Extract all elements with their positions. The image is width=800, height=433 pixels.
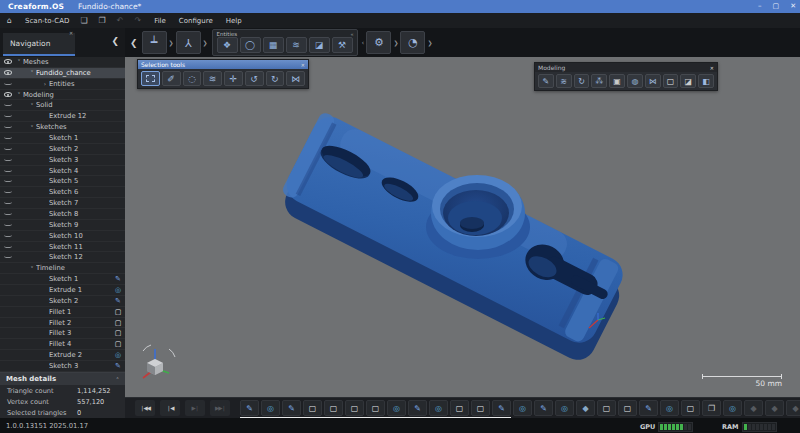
tree-item-sketch-10[interactable]: Sketch 10 (0, 231, 125, 242)
planes-button[interactable]: ≋ (556, 74, 572, 88)
timeline-sketch-icon[interactable]: ✎ (492, 400, 511, 416)
shell-tool-button[interactable]: ◔ (400, 31, 425, 54)
revolve-button[interactable]: ↻ (574, 74, 590, 88)
rotate-right-selection-button[interactable]: ↻ (266, 71, 285, 86)
tree-item-entities[interactable]: ›Entities (0, 79, 125, 90)
tree-item-sketch-4[interactable]: Sketch 4 (0, 166, 125, 177)
timeline-mesh-icon[interactable]: ◆ (576, 400, 595, 416)
minimize-button[interactable]: – (758, 0, 762, 13)
rotate-left-selection-button[interactable]: ↺ (245, 71, 264, 86)
chamfer-button[interactable]: ◪ (680, 74, 696, 88)
tree-item-fillet-3[interactable]: Fillet 3▢ (0, 328, 125, 339)
menu-scan-to-cad[interactable]: Scan-to-CAD (25, 17, 69, 25)
alignment-tool-button[interactable]: ┷ (142, 31, 167, 54)
tree-item-extrude-2[interactable]: Extrude 2◎ (0, 350, 125, 361)
spray-button[interactable]: ⁂ (591, 74, 607, 88)
redo-icon[interactable]: ↷ (134, 16, 141, 25)
fillet-button[interactable]: ▢ (663, 74, 679, 88)
compare-tool-button[interactable]: ⚙ (366, 31, 391, 54)
tree-item-extrude-1[interactable]: Extrude 1◎ (0, 285, 125, 296)
timeline-fillet-icon[interactable]: ▢ (471, 400, 490, 416)
tree-item-sketch-1[interactable]: Sketch 1 (0, 133, 125, 144)
timeline-fillet-icon[interactable]: ▢ (324, 400, 343, 416)
import-icon[interactable]: ❐ (99, 16, 106, 25)
tree-item-sketch-11[interactable]: Sketch 11 (0, 242, 125, 253)
caret-right-icon[interactable]: › (41, 80, 49, 87)
caret-down-icon[interactable]: ˅ (15, 91, 23, 98)
timeline-sketch-icon[interactable]: ✎ (240, 400, 259, 416)
primitive-cube-button[interactable]: ▣ (609, 74, 625, 88)
entities-collapse-icon[interactable]: « (351, 31, 354, 37)
step-forward-button[interactable]: ▶❘ (185, 400, 205, 416)
eye-closed-icon[interactable] (0, 104, 15, 106)
tree-item-sketch-9[interactable]: Sketch 9 (0, 220, 125, 231)
timeline-sketch-icon[interactable]: ✎ (408, 400, 427, 416)
layers-tool-button[interactable]: ≋ (286, 37, 307, 53)
timeline-fillet-icon[interactable]: ▢ (303, 400, 322, 416)
timeline-dim-icon[interactable]: ◆ (765, 400, 784, 416)
extrude-sketch-button[interactable]: ✎ (538, 74, 554, 88)
tree-item-timeline[interactable]: ˅Timeline (0, 263, 125, 274)
go-to-end-button[interactable]: ▶▶❘ (210, 400, 230, 416)
rectangle-selection-button[interactable] (141, 71, 160, 86)
tree-item-sketch-2[interactable]: Sketch 2✎ (0, 296, 125, 307)
timeline-extrude-icon[interactable]: ◎ (723, 400, 742, 416)
eye-closed-icon[interactable] (0, 202, 15, 204)
timeline-dim-icon[interactable]: ◆ (786, 400, 800, 416)
timeline-extrude-icon[interactable]: ◎ (429, 400, 448, 416)
tree-item-sketch-5[interactable]: Sketch 5 (0, 176, 125, 187)
group-separator-icon[interactable]: ‹ (362, 39, 365, 47)
circle-entity-tool-button[interactable]: ◯ (240, 37, 261, 53)
tree-item-sketches[interactable]: ˅Sketches (0, 122, 125, 133)
tree-item-sketch-7[interactable]: Sketch 7 (0, 198, 125, 209)
timeline-sketch-icon[interactable]: ✎ (282, 400, 301, 416)
eye-closed-icon[interactable] (0, 115, 15, 117)
grid-plane-tool-button[interactable]: ▦ (263, 37, 284, 53)
tree-item-extrude-12[interactable]: Extrude 12 (0, 111, 125, 122)
axis-dropdown-icon[interactable]: ❯ (203, 39, 208, 46)
eye-closed-icon[interactable] (0, 191, 15, 193)
volume-selection-button[interactable]: ≋ (203, 71, 222, 86)
tree-item-sketch-8[interactable]: Sketch 8 (0, 209, 125, 220)
eye-closed-icon[interactable] (0, 170, 15, 172)
eye-open-icon[interactable] (0, 59, 15, 64)
eye-closed-icon[interactable] (0, 137, 15, 139)
eye-closed-icon[interactable] (0, 83, 15, 85)
tree-item-solid[interactable]: ˅Solid (0, 100, 125, 111)
menu-file[interactable]: File (154, 17, 166, 25)
timeline-fillet-icon[interactable]: ▢ (345, 400, 364, 416)
step-back-button[interactable]: ❘◀ (160, 400, 180, 416)
timeline-extrude-icon[interactable]: ◎ (513, 400, 532, 416)
defeature-tool-button[interactable]: ⚒ (332, 37, 353, 53)
timeline-fillet-icon[interactable]: ▢ (450, 400, 469, 416)
eye-closed-icon[interactable] (0, 246, 15, 248)
timeline-fillet-icon[interactable]: ▢ (618, 400, 637, 416)
eye-closed-icon[interactable] (0, 159, 15, 161)
undo-icon[interactable]: ↶ (117, 16, 124, 25)
timeline-fillet-icon[interactable]: ▢ (681, 400, 700, 416)
timeline-extrude-icon[interactable]: ◎ (555, 400, 574, 416)
eye-closed-icon[interactable] (0, 180, 15, 182)
viewport-3d[interactable]: Selection tools ✕ ✐◌≋✛↺↻⋈ Modeling ✕ ✎≋↻… (125, 57, 800, 397)
tree-item-fundido_chance[interactable]: ˅Fundido_chance (0, 68, 125, 79)
timeline-extrude-icon[interactable]: ◎ (660, 400, 679, 416)
shaded-cube-button[interactable]: ◧ (698, 74, 714, 88)
compare-dropdown-icon[interactable]: ❯ (393, 39, 398, 46)
axis-triad[interactable] (143, 345, 175, 378)
timeline-fillet-icon[interactable]: ▢ (366, 400, 385, 416)
alignment-dropdown-icon[interactable]: ❯ (169, 39, 174, 46)
tree-item-sketch-6[interactable]: Sketch 6 (0, 187, 125, 198)
timeline-sketch-icon[interactable]: ✎ (534, 400, 553, 416)
tree-item-sketch-3[interactable]: Sketch 3 (0, 155, 125, 166)
tree-item-fillet-1[interactable]: Fillet 1▢ (0, 307, 125, 318)
mesh-details-collapse-icon[interactable]: ˄ (116, 376, 119, 383)
eye-closed-icon[interactable] (0, 213, 15, 215)
caret-down-icon[interactable]: ˅ (28, 102, 36, 109)
go-to-start-button[interactable]: ❘◀◀ (135, 400, 155, 416)
home-icon[interactable]: ⌂ (7, 16, 12, 25)
eye-closed-icon[interactable] (0, 224, 15, 226)
new-document-icon[interactable]: ❏ (80, 16, 87, 25)
tree-item-meshes[interactable]: ˅Meshes (0, 57, 125, 68)
timeline-paste-icon[interactable]: ❐ (702, 400, 721, 416)
axis-tool-button[interactable]: Y (176, 31, 201, 54)
